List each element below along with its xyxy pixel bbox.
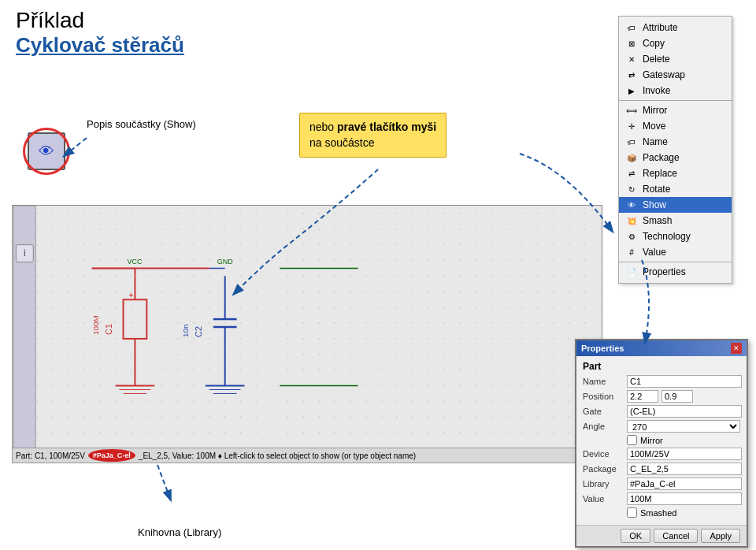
dialog-label-smashed: Smashed [640, 508, 676, 518]
dialog-label-value: Value [583, 494, 624, 504]
dialog-label-device: Device [583, 449, 624, 459]
dialog-row-gate: Gate [583, 405, 740, 418]
dialog-row-name: Name [583, 375, 740, 388]
replace-icon: ⇌ [625, 167, 638, 180]
dialog-input-package[interactable] [627, 463, 742, 475]
menu-item-smash[interactable]: 💥 Smash [619, 213, 732, 229]
svg-rect-2 [13, 206, 600, 448]
move-icon: ✛ [625, 120, 638, 132]
svg-text:GND: GND [217, 258, 233, 266]
dialog-input-library[interactable] [627, 478, 742, 490]
dialog-label-position: Position [583, 392, 624, 401]
menu-item-value[interactable]: # Value [619, 244, 732, 260]
dialog-input-gate[interactable] [627, 405, 742, 418]
dialog-input-device[interactable] [627, 448, 742, 460]
dialog-row-library: Library [583, 478, 740, 490]
status-text-2: _EL_2,5, Value: 100M ♦ Left-click to sel… [139, 452, 416, 460]
menu-item-technology[interactable]: ⚙ Technology [619, 229, 732, 244]
menu-separator-1 [619, 100, 732, 101]
dialog-cancel-button[interactable]: Cancel [654, 529, 698, 543]
annotation-show-text: Popis součástky (Show) [87, 118, 196, 130]
menu-item-properties[interactable]: 📄 Properties [619, 264, 732, 280]
menu-item-mirror[interactable]: ⟺ Mirror [619, 102, 732, 118]
dialog-row-angle: Angle 270 0 90 180 [583, 420, 740, 433]
dialog-body: Part Name Position Gate Angle 270 0 90 1… [576, 356, 747, 525]
package-icon: 📦 [625, 151, 638, 164]
svg-rect-3 [13, 206, 35, 448]
dialog-apply-button[interactable]: Apply [701, 529, 740, 543]
dialog-row-smashed: Smashed [627, 507, 740, 518]
dialog-ok-button[interactable]: OK [621, 529, 650, 543]
nebo-line2: na součástce [309, 136, 375, 149]
menu-separator-2 [619, 262, 732, 262]
dialog-checkbox-smashed[interactable] [627, 507, 637, 518]
dialog-title: Properties [581, 344, 624, 353]
menu-label-attribute: Attribute [643, 22, 678, 33]
svg-text:i: i [24, 247, 26, 258]
dialog-input-position-y[interactable] [662, 390, 693, 403]
status-text-1: Part: C1, 100M/25V [16, 452, 85, 460]
menu-label-show: Show [643, 199, 666, 210]
svg-text:C2: C2 [194, 326, 203, 337]
copy-icon: ⊠ [625, 37, 638, 50]
rotate-icon: ↻ [625, 183, 638, 195]
menu-item-move[interactable]: ✛ Move [619, 118, 732, 134]
properties-icon: 📄 [625, 266, 638, 278]
menu-item-gateswap[interactable]: ⇄ Gateswap [619, 67, 732, 83]
menu-label-package: Package [643, 152, 680, 163]
dialog-titlebar: Properties ✕ [576, 340, 747, 356]
nebo-callout: nebo pravé tlačítko myši na součástce [299, 113, 447, 158]
menu-item-name[interactable]: 🏷 Name [619, 134, 732, 150]
schematic-svg: i + C1 100M C2 10n VC [13, 206, 602, 448]
schematic-area: i + C1 100M C2 10n VC [12, 205, 602, 449]
dialog-close-button[interactable]: ✕ [731, 343, 742, 354]
page-title-link[interactable]: Cyklovač stěračů [16, 33, 184, 58]
dialog-label-angle: Angle [583, 422, 624, 431]
menu-item-package[interactable]: 📦 Package [619, 150, 732, 165]
dialog-input-position-x[interactable] [627, 390, 658, 403]
menu-item-show[interactable]: 👁 Show [619, 197, 732, 213]
nebo-bold-text: pravé tlačítko myši [337, 121, 436, 133]
menu-label-name: Name [643, 136, 668, 147]
svg-text:VCC: VCC [127, 258, 142, 266]
menu-label-replace: Replace [643, 168, 677, 179]
show-icon: 👁 [625, 199, 638, 211]
menu-item-rotate[interactable]: ↻ Rotate [619, 181, 732, 197]
menu-item-copy[interactable]: ⊠ Copy [619, 35, 732, 51]
mirror-icon: ⟺ [625, 104, 638, 117]
menu-label-mirror: Mirror [643, 105, 667, 116]
name-icon: 🏷 [625, 136, 638, 148]
dialog-row-position: Position [583, 390, 740, 403]
dialog-label-library: Library [583, 479, 624, 489]
menu-item-attribute[interactable]: 🏷 Attribute [619, 20, 732, 35]
menu-label-properties: Properties [643, 266, 686, 277]
menu-label-invoke: Invoke [643, 85, 670, 96]
smash-icon: 💥 [625, 214, 638, 227]
dialog-checkbox-mirror[interactable] [627, 435, 637, 445]
dialog-row-device: Device [583, 448, 740, 460]
menu-item-replace[interactable]: ⇌ Replace [619, 165, 732, 181]
context-menu: 🏷 Attribute ⊠ Copy ✕ Delete ⇄ Gateswap ▶… [618, 16, 732, 284]
invoke-icon: ▶ [625, 84, 638, 97]
menu-item-invoke[interactable]: ▶ Invoke [619, 83, 732, 98]
page-subtitle: Příklad [16, 8, 184, 33]
menu-label-rotate: Rotate [643, 184, 670, 195]
dialog-label-mirror: Mirror [640, 436, 663, 445]
status-highlight: #PaJa_C-el [88, 449, 135, 462]
dialog-label-package: Package [583, 464, 624, 474]
menu-label-value: Value [643, 247, 666, 258]
menu-label-gateswap: Gateswap [643, 69, 685, 80]
dialog-label-name: Name [583, 377, 624, 386]
properties-dialog: Properties ✕ Part Name Position Gate Ang… [575, 339, 748, 548]
menu-label-smash: Smash [643, 215, 672, 226]
menu-item-delete[interactable]: ✕ Delete [619, 51, 732, 67]
dialog-row-package: Package [583, 463, 740, 475]
dialog-input-value[interactable] [627, 492, 742, 505]
status-bar: Part: C1, 100M/25V #PaJa_C-el _EL_2,5, V… [12, 448, 602, 463]
dialog-label-gate: Gate [583, 407, 624, 416]
dialog-input-name[interactable] [627, 375, 742, 388]
dialog-select-angle[interactable]: 270 0 90 180 [627, 420, 740, 433]
svg-text:+: + [128, 291, 133, 299]
knihovna-text: Knihovna (Library) [138, 526, 221, 538]
title-section: Příklad Cyklovač stěračů [16, 8, 184, 58]
